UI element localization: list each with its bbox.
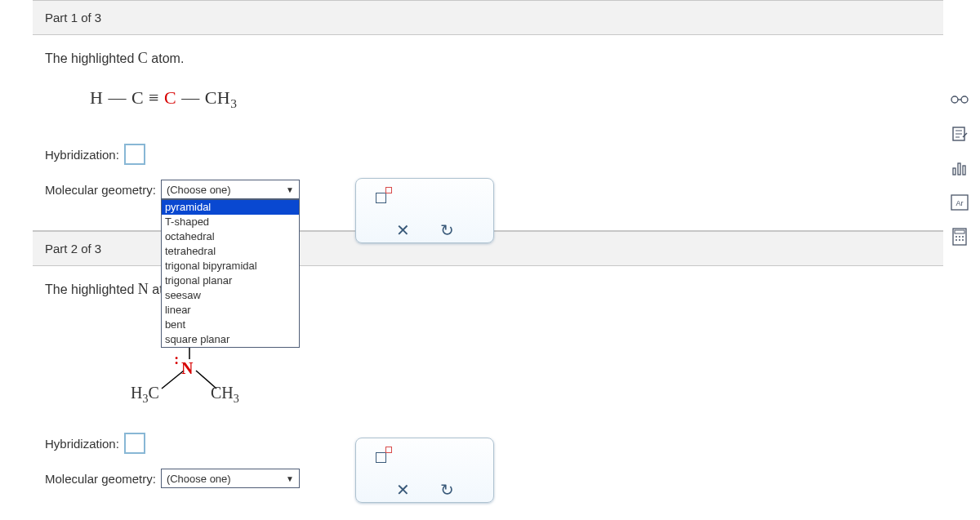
hybridization-input[interactable]	[124, 144, 145, 165]
formula-prefix: H — C ≡	[90, 87, 164, 108]
geometry-select-2[interactable]: (Choose one) ▼	[161, 469, 300, 488]
part1-body: The highlighted C atom. H — C ≡ C — CH3 …	[33, 35, 943, 231]
svg-point-21	[959, 239, 960, 241]
chevron-down-icon: ▼	[286, 185, 294, 194]
svg-rect-11	[958, 163, 960, 175]
undo-icon: ↻	[440, 480, 454, 500]
svg-text:Ar: Ar	[956, 199, 964, 207]
superscript-icon	[376, 189, 390, 203]
clear-button[interactable]: ✕	[390, 218, 415, 242]
part1-prompt-suffix: atom.	[148, 51, 184, 65]
part1-header: Part 1 of 3	[33, 0, 943, 35]
formula-suffix: — CH	[176, 87, 230, 108]
notes-icon[interactable]	[950, 124, 969, 144]
undo-icon: ↻	[440, 220, 454, 240]
close-icon: ✕	[396, 480, 410, 500]
option-linear[interactable]: linear	[162, 303, 299, 318]
molecule-h3c-left: H3C	[131, 384, 159, 406]
part1-prompt-prefix: The highlighted	[45, 51, 138, 65]
superscript-button[interactable]	[371, 184, 395, 208]
svg-point-20	[956, 239, 957, 241]
reset-button[interactable]: ↻	[434, 218, 459, 242]
option-trigonal-bipyramidal[interactable]: trigonal bipyramidal	[162, 259, 299, 273]
geometry-select-wrap-2: (Choose one) ▼	[161, 469, 300, 488]
hybridization-label-2: Hybridization:	[45, 437, 119, 451]
option-square-planar[interactable]: square planar	[162, 332, 299, 347]
periodic-table-icon[interactable]: Ar	[950, 193, 969, 212]
superscript-button-2[interactable]	[371, 443, 395, 468]
svg-point-3	[951, 96, 958, 103]
bar-chart-icon[interactable]	[950, 158, 969, 178]
hybridization-input-2[interactable]	[124, 433, 145, 454]
superscript-icon	[376, 448, 390, 463]
molecule-n-center: N	[181, 359, 193, 378]
part2-prompt-atom: N	[138, 281, 149, 297]
calculator-icon[interactable]	[950, 227, 969, 247]
svg-point-19	[962, 236, 964, 238]
part2-prompt-prefix: The highlighted	[45, 282, 138, 296]
option-octahedral[interactable]: octahedral	[162, 229, 299, 244]
part1-header-text: Part 1 of 3	[45, 11, 101, 24]
molecule-ch3-right: CH3	[211, 384, 239, 406]
svg-point-4	[961, 96, 968, 103]
hybridization-label: Hybridization:	[45, 148, 119, 162]
svg-point-17	[956, 236, 957, 238]
svg-rect-12	[963, 166, 965, 175]
part1-formula: H — C ≡ C — CH3	[90, 87, 931, 111]
geometry-label: Molecular geometry:	[45, 183, 156, 197]
geometry-label-2: Molecular geometry:	[45, 472, 156, 486]
svg-rect-10	[953, 168, 956, 175]
geometry-dropdown: pyramidal T-shaped octahedral tetrahedra…	[161, 199, 300, 348]
part1-prompt-atom: C	[138, 50, 148, 66]
svg-point-18	[959, 236, 960, 238]
reset-button-2[interactable]: ↻	[434, 478, 459, 502]
formula-highlight: C	[164, 87, 176, 108]
side-toolbar: Ar	[947, 90, 972, 247]
option-trigonal-planar[interactable]: trigonal planar	[162, 273, 299, 288]
chevron-down-icon: ▼	[286, 474, 294, 483]
part2-control-panel: ✕ ↻	[355, 438, 494, 503]
option-bent[interactable]: bent	[162, 318, 299, 332]
geometry-select-value: (Choose one)	[167, 184, 231, 196]
option-tetrahedral[interactable]: tetrahedral	[162, 244, 299, 259]
option-t-shaped[interactable]: T-shaped	[162, 215, 299, 229]
svg-rect-16	[955, 230, 964, 233]
option-seesaw[interactable]: seesaw	[162, 288, 299, 303]
part1-hybridization-row: Hybridization:	[45, 144, 931, 165]
part2-header-text: Part 2 of 3	[45, 242, 101, 256]
option-pyramidal[interactable]: pyramidal	[162, 200, 299, 215]
clear-button-2[interactable]: ✕	[390, 478, 415, 502]
molecule-lone-pair: ••	[175, 356, 178, 366]
glasses-icon[interactable]	[950, 90, 969, 109]
svg-point-22	[962, 239, 964, 241]
geometry-select-wrap: (Choose one) ▼ pyramidal T-shaped octahe…	[161, 180, 300, 199]
part1-prompt: The highlighted C atom.	[45, 50, 931, 67]
close-icon: ✕	[396, 220, 410, 240]
geometry-select-value-2: (Choose one)	[167, 473, 231, 485]
part1-control-panel: ✕ ↻	[355, 178, 494, 243]
svg-line-1	[162, 371, 184, 389]
formula-sub: 3	[230, 96, 237, 110]
geometry-select[interactable]: (Choose one) ▼	[161, 180, 300, 199]
